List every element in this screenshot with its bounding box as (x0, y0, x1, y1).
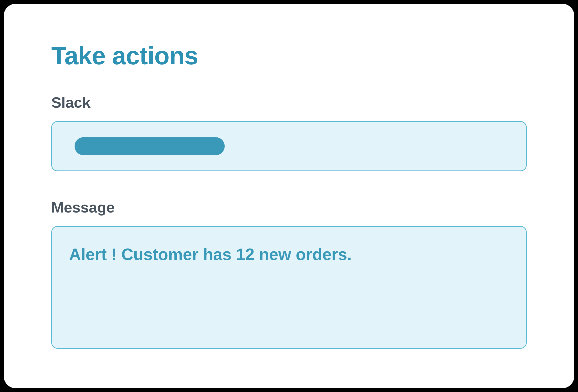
take-actions-panel: Take actions Slack Message Alert ! Custo… (4, 4, 574, 388)
slack-channel-chip[interactable] (75, 137, 225, 155)
slack-field-group: Slack (51, 94, 527, 171)
panel-title: Take actions (51, 41, 527, 70)
message-label: Message (51, 199, 527, 216)
slack-input[interactable] (51, 121, 527, 171)
message-input[interactable]: Alert ! Customer has 12 new orders. (51, 226, 527, 349)
slack-label: Slack (51, 94, 527, 111)
message-field-group: Message Alert ! Customer has 12 new orde… (51, 199, 527, 350)
